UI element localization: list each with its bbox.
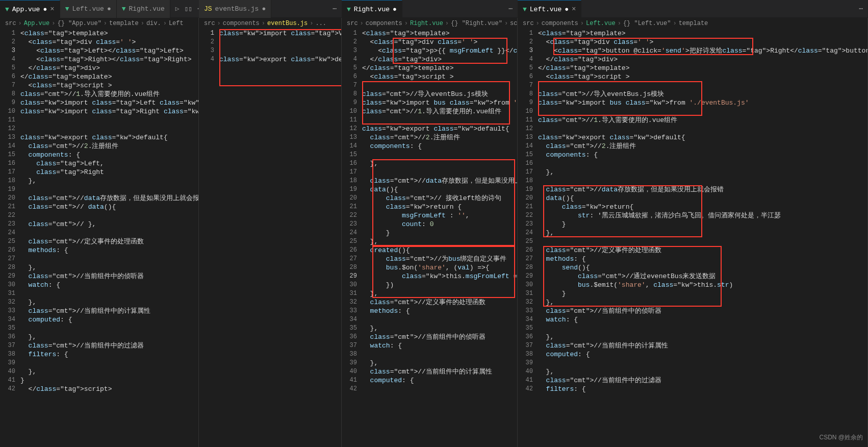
- tabs-row: ▼ App.vue ● × ▼ Left.vue ● ▼ Right.vue ▷…: [0, 0, 868, 18]
- js-icon: JS: [204, 5, 212, 13]
- vue-icon: ▼: [65, 5, 69, 13]
- watermark: CSDN @姓余的: [819, 433, 863, 442]
- editor-body[interactable]: 1234 class="kw">import class="tag">Vue c…: [199, 29, 341, 447]
- tab-label: App.vue: [12, 6, 40, 13]
- editor-panes: src› App.vue› {} "App.vue"› template› di…: [0, 18, 868, 447]
- more-icon[interactable]: ⋯: [859, 5, 863, 13]
- tab-group-2: JS eventBus.js ● ⋯: [199, 0, 342, 17]
- tab-modified-dot: ●: [107, 5, 111, 13]
- tab-left-vue[interactable]: ▼ Left.vue ●: [60, 0, 117, 18]
- breadcrumb[interactable]: src› components› eventBus.js› ...: [199, 18, 341, 29]
- tab-modified-dot: ●: [43, 6, 47, 13]
- line-gutter: 1234567891011121314151617181920212223242…: [342, 29, 362, 447]
- tab-right-vue[interactable]: ▼ Right.vue: [117, 0, 170, 18]
- tab-group-3: ▼ Right.vue ● ⋯: [342, 0, 518, 17]
- tab-modified-dot: ●: [393, 6, 397, 13]
- vue-icon: ▼: [523, 6, 527, 13]
- tab-right-vue-2[interactable]: ▼ Right.vue ●: [342, 0, 402, 18]
- tab-group-1: ▼ App.vue ● × ▼ Left.vue ● ▼ Right.vue ▷…: [0, 0, 199, 17]
- pane-app: src› App.vue› {} "App.vue"› template› di…: [0, 18, 199, 447]
- tab-label: Left.vue: [72, 5, 104, 13]
- tab-left-vue-2[interactable]: ▼ Left.vue ● ×: [518, 0, 581, 18]
- tab-modified-dot: ●: [565, 6, 569, 13]
- tab-label: Left.vue: [530, 6, 561, 13]
- pane-left: src› components› Left.vue› {} "Left.vue"…: [518, 18, 868, 447]
- line-gutter: 1234567891011121314151617181920212223242…: [0, 29, 20, 447]
- close-icon[interactable]: ×: [50, 5, 54, 13]
- code-area[interactable]: <class="tag">template> <class="tag">div …: [20, 29, 198, 447]
- tab-modified-dot: ●: [262, 5, 266, 13]
- tab-group-4: ▼ Left.vue ● × ⋯: [518, 0, 868, 17]
- breadcrumb[interactable]: src› App.vue› {} "App.vue"› template› di…: [0, 18, 198, 29]
- editor-body[interactable]: 1234567891011121314151617181920212223242…: [518, 29, 867, 447]
- line-gutter: 1234: [199, 29, 219, 447]
- code-area[interactable]: <class="tag">template> <class="tag">div …: [538, 29, 867, 447]
- pane-eventbus: src› components› eventBus.js› ... 1234 c…: [199, 18, 342, 447]
- breadcrumb[interactable]: src› components› Left.vue› {} "Left.vue"…: [518, 18, 867, 29]
- vue-icon: ▼: [122, 5, 126, 13]
- more-icon[interactable]: ⋯: [508, 5, 513, 13]
- vue-icon: ▼: [5, 6, 9, 13]
- tab-label: Right.vue: [129, 5, 165, 13]
- breadcrumb[interactable]: src› components› Right.vue› {} "Right.vu…: [342, 18, 517, 29]
- editor-body[interactable]: 1234567891011121314151617181920212223242…: [342, 29, 517, 447]
- tab-app-vue[interactable]: ▼ App.vue ● ×: [0, 0, 60, 18]
- more-icon[interactable]: ⋯: [333, 5, 337, 13]
- code-area[interactable]: class="kw">import class="tag">Vue class=…: [219, 29, 341, 447]
- tab-label: eventBus.js: [215, 5, 259, 13]
- tab-eventbus-js[interactable]: JS eventBus.js ●: [199, 0, 271, 18]
- tab-label: Right.vue: [354, 6, 390, 13]
- split-icon[interactable]: ▯▯: [185, 5, 193, 13]
- editor-body[interactable]: 1234567891011121314151617181920212223242…: [0, 29, 198, 447]
- line-gutter: 1234567891011121314151617181920212223242…: [518, 29, 538, 447]
- close-icon[interactable]: ×: [572, 5, 576, 13]
- vue-icon: ▼: [347, 6, 351, 13]
- pane-right: src› components› Right.vue› {} "Right.vu…: [342, 18, 518, 447]
- code-area[interactable]: <class="tag">template> <class="tag">div …: [362, 29, 517, 447]
- run-icon[interactable]: ▷: [175, 5, 180, 13]
